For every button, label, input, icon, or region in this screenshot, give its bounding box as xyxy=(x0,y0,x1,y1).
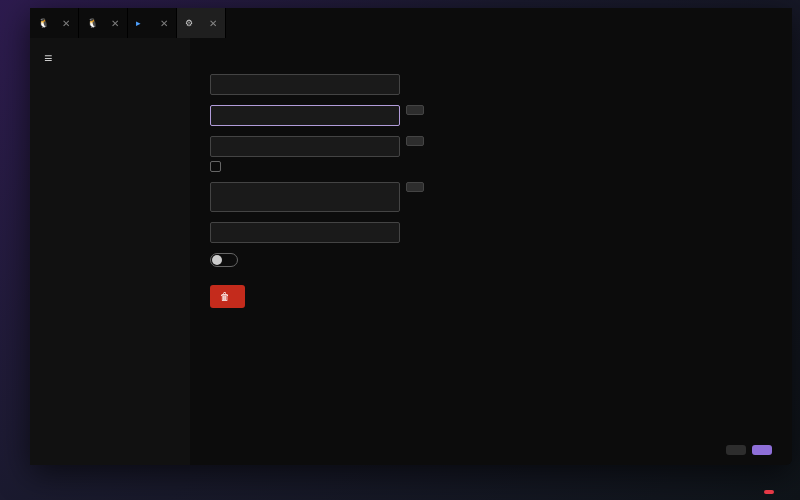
close-icon[interactable]: ✕ xyxy=(62,18,70,29)
window-body: ≡ xyxy=(30,38,792,465)
new-tab-button[interactable] xyxy=(226,8,254,38)
browse-button[interactable] xyxy=(406,182,424,192)
close-icon[interactable]: ✕ xyxy=(111,18,119,29)
gear-icon: ⚙ xyxy=(185,18,195,28)
maximize-button[interactable] xyxy=(720,8,756,38)
tab-powershell[interactable]: ▸ ✕ xyxy=(128,8,177,38)
name-input[interactable] xyxy=(210,74,400,95)
close-icon[interactable]: ✕ xyxy=(160,18,168,29)
starting-directory-input[interactable] xyxy=(210,136,400,157)
trash-icon: 🗑 xyxy=(220,291,230,302)
window-tabs: 🐧 ✕ 🐧 ✕ ▸ ✕ ⚙ ✕ xyxy=(30,8,684,38)
terminal-window: 🐧 ✕ 🐧 ✕ ▸ ✕ ⚙ ✕ xyxy=(30,8,792,465)
icon-field xyxy=(210,182,772,212)
starting-directory-field xyxy=(210,136,772,172)
watermark xyxy=(764,490,780,494)
watermark-badge xyxy=(764,490,774,494)
browse-button[interactable] xyxy=(406,105,424,115)
tab-wsl[interactable]: 🐧 ✕ xyxy=(30,8,79,38)
use-parent-checkbox-row[interactable] xyxy=(210,161,772,172)
close-button[interactable] xyxy=(756,8,792,38)
delete-profile-button[interactable]: 🗑 xyxy=(210,285,245,308)
minimize-button[interactable] xyxy=(684,8,720,38)
tux-icon: 🐧 xyxy=(87,18,97,28)
hamburger-icon[interactable]: ≡ xyxy=(30,46,190,70)
hide-profile-field xyxy=(210,253,772,267)
tab-title-field xyxy=(210,222,772,243)
close-icon[interactable]: ✕ xyxy=(209,18,217,29)
hide-toggle[interactable] xyxy=(210,253,238,267)
window-controls xyxy=(684,8,792,38)
powershell-icon: ▸ xyxy=(136,18,146,28)
command-line-field xyxy=(210,105,772,126)
tab-title-input[interactable] xyxy=(210,222,400,243)
icon-input[interactable] xyxy=(210,182,400,212)
save-button[interactable] xyxy=(752,445,772,455)
open-json-button[interactable] xyxy=(30,96,190,120)
file-icon xyxy=(44,102,56,114)
browse-button[interactable] xyxy=(406,136,424,146)
content-pane: 🗑 xyxy=(190,38,792,465)
discard-button[interactable] xyxy=(726,445,746,455)
tab-settings[interactable]: ⚙ ✕ xyxy=(177,8,226,38)
checkbox-icon[interactable] xyxy=(210,161,221,172)
titlebar: 🐧 ✕ 🐧 ✕ ▸ ✕ ⚙ ✕ xyxy=(30,8,792,38)
command-line-input[interactable] xyxy=(210,105,400,126)
tux-icon: 🐧 xyxy=(38,18,48,28)
sidebar: ≡ xyxy=(30,38,190,465)
name-field xyxy=(210,74,772,95)
content-tabs xyxy=(210,56,772,62)
profiles-header xyxy=(30,70,190,84)
footer-buttons xyxy=(726,445,772,455)
tab-richard[interactable]: 🐧 ✕ xyxy=(79,8,128,38)
